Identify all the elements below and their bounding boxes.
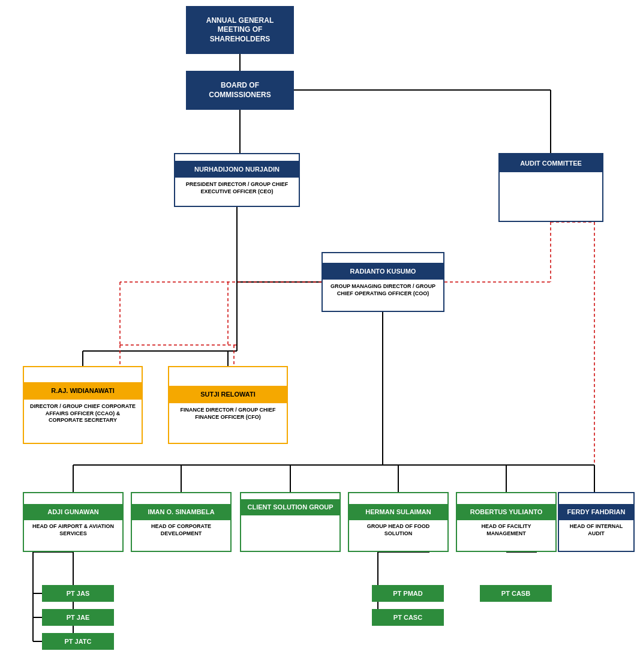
boc-label: BOARD OF COMMISSIONERS [187,77,293,103]
adji-title: HEAD OF AIRPORT & AVIATION SERVICES [24,520,122,540]
radianto-box: RADIANTO KUSUMO GROUP MANAGING DIRECTOR … [321,252,444,312]
client-label: CLIENT SOLUTION GROUP [241,499,339,515]
ptcasb-label: PT CASB [501,590,530,597]
client-title [241,515,339,545]
nurhadijono-box: NURHADIJONO NURJADIN PRESIDENT DIRECTOR … [174,153,300,207]
audit-body [500,172,602,221]
audit-box: AUDIT COMMITTEE [498,153,603,222]
boc-box: BOARD OF COMMISSIONERS [186,71,294,110]
iman-label: IMAN O. SINAMBELA [132,504,230,520]
ptpmad-box: PT PMAD [372,585,444,602]
agm-label: ANNUAL GENERAL MEETING OF SHAREHOLDERS [187,13,293,48]
herman-box: HERMAN SULAIMAN GROUP HEAD OF FOOD SOLUT… [348,492,449,552]
sutji-box: SUTJI RELOWATI FINANCE DIRECTOR / GROUP … [168,366,288,444]
ptjas-label: PT JAS [67,590,90,597]
sutji-label: SUTJI RELOWATI [169,386,287,403]
ptcasb-box: PT CASB [480,585,552,602]
ferdy-label: FERDY FAHDRIAN [559,504,633,520]
connector-lines [0,0,640,672]
robertus-title: HEAD OF FACILITY MANAGEMENT [457,520,555,540]
adji-label: ADJI GUNAWAN [24,504,122,520]
adji-box: ADJI GUNAWAN HEAD OF AIRPORT & AVIATION … [23,492,124,552]
ptjae-label: PT JAE [67,614,90,621]
client-box: CLIENT SOLUTION GROUP [240,492,341,552]
nurhadijono-label: NURHADIJONO NURJADIN [175,161,299,178]
agm-box: ANNUAL GENERAL MEETING OF SHAREHOLDERS [186,6,294,54]
iman-box: IMAN O. SINAMBELA HEAD OF CORPORATE DEVE… [131,492,232,552]
ptjatc-box: PT JATC [42,633,114,650]
iman-title: HEAD OF CORPORATE DEVELOPMENT [132,520,230,540]
raj-box: R.AJ. WIDIANAWATI DIRECTOR / GROUP CHIEF… [23,366,143,444]
ptpmad-label: PT PMAD [393,590,423,597]
radianto-title: GROUP MANAGING DIRECTOR / GROUP CHIEF OP… [323,280,443,301]
ptjatc-label: PT JATC [64,638,91,645]
ferdy-box: FERDY FAHDRIAN HEAD OF INTERNAL AUDIT [558,492,635,552]
herman-label: HERMAN SULAIMAN [349,504,447,520]
ptcasc-label: PT CASC [393,614,422,621]
robertus-label: ROBERTUS YULIANTO [457,504,555,520]
raj-label: R.AJ. WIDIANAWATI [24,382,142,399]
ptjae-box: PT JAE [42,609,114,626]
radianto-label: RADIANTO KUSUMO [323,263,443,280]
raj-title: DIRECTOR / GROUP CHIEF CORPORATE AFFAIRS… [24,399,142,428]
ferdy-title: HEAD OF INTERNAL AUDIT [559,520,633,540]
robertus-box: ROBERTUS YULIANTO HEAD OF FACILITY MANAG… [456,492,557,552]
nurhadijono-title: PRESIDENT DIRECTOR / GROUP CHIEF EXECUTI… [175,178,299,199]
herman-title: GROUP HEAD OF FOOD SOLUTION [349,520,447,540]
ptcasc-box: PT CASC [372,609,444,626]
sutji-title: FINANCE DIRECTOR / GROUP CHIEF FINANCE O… [169,403,287,424]
org-chart: ANNUAL GENERAL MEETING OF SHAREHOLDERS B… [0,0,640,672]
ptjas-box: PT JAS [42,585,114,602]
audit-label: AUDIT COMMITTEE [500,154,602,172]
